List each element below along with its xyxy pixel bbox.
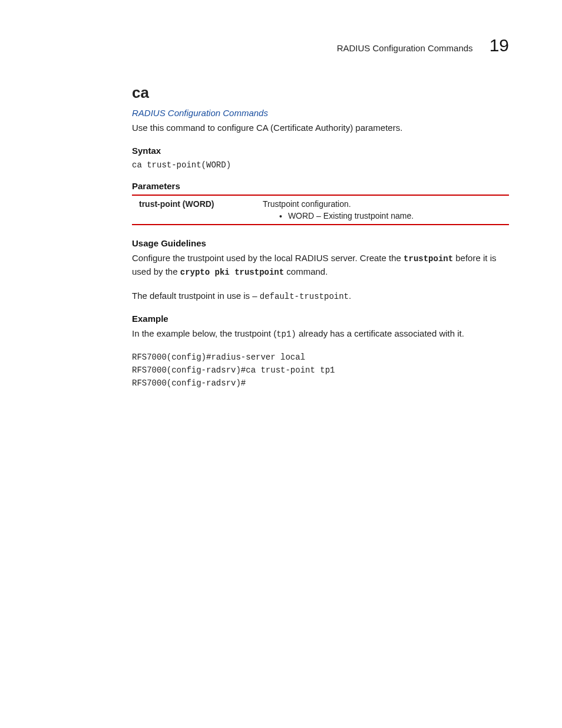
usage-keyword: trustpoint (404, 254, 453, 263)
syntax-heading: Syntax (132, 146, 509, 156)
page-header: RADIUS Configuration Commands 19 (132, 35, 509, 55)
usage-text: The default trustpoint in use is – (132, 291, 260, 301)
usage-paragraph-1: Configure the trustpoint used by the loc… (132, 252, 509, 279)
param-desc: Trustpoint configuration. (263, 199, 504, 209)
syntax-code: ca trust-point(WORD) (132, 159, 509, 172)
example-heading: Example (132, 314, 509, 324)
example-intro: In the example below, the trustpoint (tp… (132, 327, 509, 341)
example-code-block: RFS7000(config)#radius-server local RFS7… (132, 351, 509, 390)
usage-code: default-trustpoint (260, 292, 349, 301)
parameters-table: trust-point (WORD) Trustpoint configurat… (132, 195, 509, 225)
table-row: trust-point (WORD) Trustpoint configurat… (132, 195, 509, 225)
usage-text: . (349, 291, 351, 301)
header-section-title: RADIUS Configuration Commands (337, 43, 473, 53)
command-title: ca (132, 84, 509, 102)
usage-text: Configure the trustpoint used by the loc… (132, 253, 404, 263)
usage-paragraph-2: The default trustpoint in use is – defau… (132, 289, 509, 303)
usage-text: command. (284, 266, 328, 276)
param-name: trust-point (WORD) (132, 195, 256, 225)
breadcrumb-link[interactable]: RADIUS Configuration Commands (132, 108, 509, 118)
parameters-heading: Parameters (132, 181, 509, 191)
param-bullet-text: WORD – Existing trustpoint name. (288, 211, 414, 220)
example-text: already has a certificate associated wit… (296, 328, 464, 338)
usage-keyword: crypto pki trustpoint (180, 268, 284, 277)
command-intro: Use this command to configure CA (Certif… (132, 121, 509, 135)
param-bullet-row: • WORD – Existing trustpoint name. (263, 211, 504, 220)
page-content: RADIUS Configuration Commands 19 ca RADI… (0, 0, 562, 434)
chapter-number: 19 (490, 35, 509, 55)
param-desc-cell: Trustpoint configuration. • WORD – Exist… (256, 195, 509, 225)
bullet-icon: • (279, 212, 282, 220)
example-inline-code: tp1) (276, 330, 296, 339)
usage-heading: Usage Guidelines (132, 238, 509, 248)
example-text: In the example below, the trustpoint ( (132, 328, 276, 338)
